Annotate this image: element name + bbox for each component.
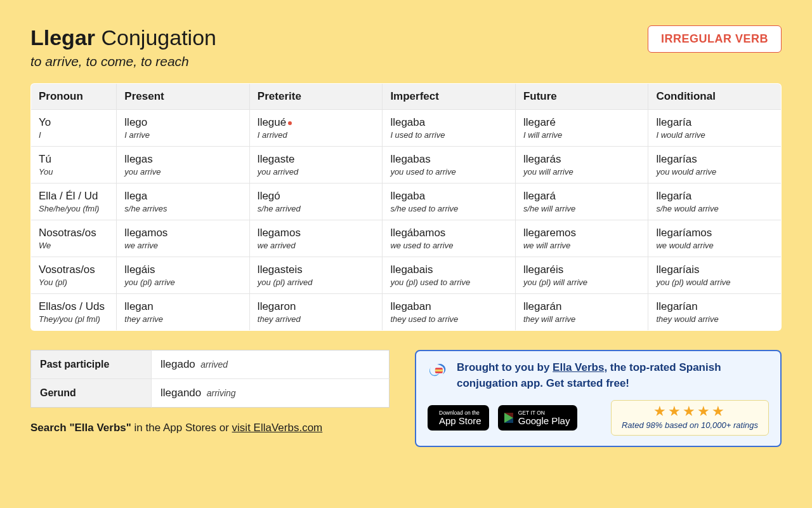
participle-label: Gerund bbox=[31, 379, 152, 408]
column-header: Preterite bbox=[249, 84, 383, 110]
app-store-badge[interactable]: Download on the App Store bbox=[428, 405, 489, 431]
google-play-badge[interactable]: GET IT ON Google Play bbox=[498, 405, 578, 431]
rating-box: ★★★★★ Rated 98% based on 10,000+ ratings bbox=[611, 400, 769, 436]
conjugation-cell: llegasteisyou (pl) arrived bbox=[249, 257, 383, 294]
conjugation-cell: llegaríasyou would arrive bbox=[648, 147, 782, 184]
app-logo-icon bbox=[428, 361, 449, 383]
pronoun-cell: Vosotras/osYou (pl) bbox=[31, 257, 117, 294]
conjugation-cell: llegoI arrive bbox=[117, 110, 250, 147]
participle-row: Gerundllegando arriving bbox=[31, 379, 390, 408]
column-header: Imperfect bbox=[383, 84, 516, 110]
pronoun-cell: Ellas/os / UdsThey/you (pl fml) bbox=[31, 294, 117, 331]
conjugation-table: PronounPresentPreteriteImperfectFutureCo… bbox=[30, 83, 782, 331]
irregular-dot-icon bbox=[288, 121, 292, 125]
svg-rect-1 bbox=[435, 370, 443, 371]
table-row: Vosotras/osYou (pl)llegáisyou (pl) arriv… bbox=[31, 257, 782, 294]
promo-text: Brought to you by Ella Verbs, the top-ra… bbox=[457, 360, 769, 391]
participle-value: llegando arriving bbox=[152, 379, 390, 408]
participle-label: Past participle bbox=[31, 351, 152, 379]
table-row: Nosotras/osWellegamoswe arrivellegamoswe… bbox=[31, 220, 782, 257]
conjugation-cell: llegamoswe arrive bbox=[117, 220, 250, 257]
pronoun-cell: YoI bbox=[31, 110, 117, 147]
conjugation-cell: llegaronthey arrived bbox=[249, 294, 383, 331]
search-instruction: Search "Ella Verbs" in the App Stores or… bbox=[30, 422, 390, 434]
table-row: TúYoullegasyou arrivellegasteyou arrived… bbox=[31, 147, 782, 184]
conjugation-cell: llegarías/he would arrive bbox=[648, 184, 782, 220]
column-header: Future bbox=[515, 84, 648, 110]
conjugation-cell: llegaríaisyou (pl) would arrive bbox=[648, 257, 782, 294]
verb-meaning: to arrive, to come, to reach bbox=[30, 54, 216, 69]
table-row: Ella / Él / UdShe/he/you (fml)llegas/he … bbox=[31, 184, 782, 220]
conjugation-cell: llegaránthey will arrive bbox=[515, 294, 648, 331]
conjugation-cell: llegarás/he will arrive bbox=[515, 184, 648, 220]
page-title: Llegar Conjugation bbox=[30, 25, 216, 50]
conjugation-cell: llegabaI used to arrive bbox=[383, 110, 516, 147]
play-icon bbox=[504, 413, 513, 423]
participle-table: Past participlellegado arrivedGerundlleg… bbox=[30, 350, 390, 408]
ella-verbs-link[interactable]: Ella Verbs bbox=[553, 361, 604, 373]
conjugation-cell: lleganthey arrive bbox=[117, 294, 250, 331]
conjugation-cell: llegaríaI would arrive bbox=[648, 110, 782, 147]
star-icons: ★★★★★ bbox=[622, 404, 758, 418]
conjugation-cell: llegabasyou used to arrive bbox=[383, 147, 516, 184]
conjugation-cell: llegasyou arrive bbox=[117, 147, 250, 184]
conjugation-cell: llegáisyou (pl) arrive bbox=[117, 257, 250, 294]
column-header: Present bbox=[117, 84, 250, 110]
conjugation-cell: lleguéI arrived bbox=[249, 110, 383, 147]
table-row: Ellas/os / UdsThey/you (pl fml)lleganthe… bbox=[31, 294, 782, 331]
promo-box: Brought to you by Ella Verbs, the top-ra… bbox=[415, 350, 782, 447]
pronoun-cell: TúYou bbox=[31, 147, 117, 184]
conjugation-cell: llegaríanthey would arrive bbox=[648, 294, 782, 331]
conjugation-cell: llegasteyou arrived bbox=[249, 147, 383, 184]
conjugation-cell: llegarásyou will arrive bbox=[515, 147, 648, 184]
pronoun-cell: Nosotras/osWe bbox=[31, 220, 117, 257]
conjugation-cell: llegaríamoswe would arrive bbox=[648, 220, 782, 257]
conjugation-cell: llegamoswe arrived bbox=[249, 220, 383, 257]
participle-row: Past participlellegado arrived bbox=[31, 351, 390, 379]
irregular-verb-badge: IRREGULAR VERB bbox=[648, 25, 782, 53]
conjugation-cell: llegábamoswe used to arrive bbox=[383, 220, 516, 257]
conjugation-cell: llegaréI will arrive bbox=[515, 110, 648, 147]
visit-link[interactable]: visit EllaVerbs.com bbox=[232, 422, 323, 434]
conjugation-cell: llegas/he arrives bbox=[117, 184, 250, 220]
column-header: Conditional bbox=[648, 84, 782, 110]
conjugation-cell: llegaréisyou (pl) will arrive bbox=[515, 257, 648, 294]
conjugation-cell: llegabas/he used to arrive bbox=[383, 184, 516, 220]
participle-value: llegado arrived bbox=[152, 351, 390, 379]
pronoun-cell: Ella / Él / UdShe/he/you (fml) bbox=[31, 184, 117, 220]
column-header: Pronoun bbox=[31, 84, 117, 110]
conjugation-cell: llegaremoswe will arrive bbox=[515, 220, 648, 257]
conjugation-cell: llegós/he arrived bbox=[249, 184, 383, 220]
table-row: YoIllegoI arrivelleguéI arrivedllegabaI … bbox=[31, 110, 782, 147]
conjugation-cell: llegabaisyou (pl) used to arrive bbox=[383, 257, 516, 294]
conjugation-cell: llegabanthey used to arrive bbox=[383, 294, 516, 331]
